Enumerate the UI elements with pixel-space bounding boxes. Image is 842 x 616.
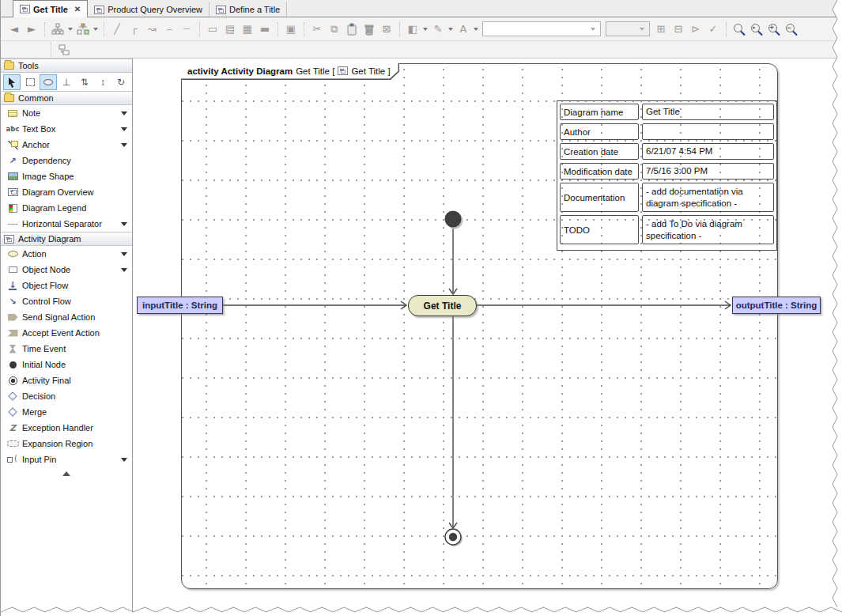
palette-item-merge[interactable]: Merge [1,404,132,420]
palette-item-diagram-overview[interactable]: Diagram Overview [1,184,132,200]
close-tab-icon[interactable]: ✕ [74,5,81,13]
input-pin-dropdown-icon[interactable] [119,455,129,465]
vertical-distribute-button[interactable]: ⇅ [76,74,93,90]
palette-section-common[interactable]: Common [1,91,132,105]
zoom-out-icon[interactable]: − [785,23,798,36]
palette-item-note[interactable]: Note [1,105,132,121]
link-tool-button[interactable] [40,74,57,90]
palette-item-object-node[interactable]: Object Node [1,262,132,278]
object-node-dropdown-icon[interactable] [119,265,129,275]
line-style-oblique-button[interactable]: ↝ [143,21,160,38]
note-dropdown-icon[interactable] [119,108,129,119]
frame-label[interactable]: activity Activity Diagram Get Title [ Ge… [181,63,399,80]
apply-style-button[interactable]: ✓ [704,21,722,38]
line-color-dropdown-icon[interactable] [447,21,455,38]
table-value-cell[interactable]: 6/21/07 4:54 PM [642,143,774,160]
delete-button[interactable] [361,21,378,38]
display-paths-button[interactable]: ▤ [221,21,239,38]
diagram-canvas[interactable]: activity Activity Diagram Get Title [ Ge… [133,59,842,616]
table-key-cell[interactable]: Author [560,123,639,140]
zoom-region-icon[interactable] [733,23,746,36]
quick-add-button[interactable] [74,21,92,38]
back-button[interactable]: ◄ [6,21,23,38]
palette-item-control-flow[interactable]: ↘ Control Flow [1,293,132,309]
activity-parameter-input[interactable]: inputTitle : String [137,297,223,314]
combobox-caret-icon[interactable] [587,23,598,35]
forward-button[interactable]: ► [23,21,40,38]
table-value-cell[interactable]: Get Title [642,104,774,120]
table-key-cell[interactable]: Modification date [560,163,639,180]
palette-item-time-event[interactable]: Time Event [1,341,132,357]
line-style-straight-button[interactable]: ╱ [108,21,126,38]
palette-item-decision[interactable]: Decision [1,388,132,404]
table-value-cell[interactable]: - add To Do via diagram specification - [642,215,774,244]
delete-from-diagram-button[interactable]: ⊠ [378,21,395,38]
zoom-fit-icon[interactable]: ▪ [750,23,763,36]
layout-tree-dropdown-icon[interactable] [66,21,74,38]
table-key-cell[interactable]: Creation date [560,143,639,160]
fill-color-dropdown-icon[interactable] [421,21,429,38]
select-in-browser-button[interactable]: ⊳ [687,21,704,38]
table-key-cell[interactable]: TODO [560,215,639,244]
palette-item-action[interactable]: Action [1,246,132,262]
palette-section-activity-diagram[interactable]: Activity Diagram [1,232,132,246]
palette-item-input-pin[interactable]: Input Pin [1,452,132,467]
text-box-dropdown-icon[interactable] [119,124,129,134]
send-to-back-button[interactable]: ⊟ [670,21,687,38]
line-color-button[interactable]: ✎ [429,21,447,38]
table-value-cell[interactable] [642,123,774,140]
diagram-info-table[interactable]: Diagram name Get Title Author Creation d… [557,100,777,251]
line-style-curved-button[interactable]: ⌢ [160,21,178,38]
palette-item-initial-node[interactable]: Initial Node [1,357,132,372]
style-combobox[interactable] [482,21,601,36]
combobox-caret-icon[interactable] [636,23,648,35]
palette-item-anchor[interactable]: Anchor [1,137,132,153]
line-style-dashed-button[interactable]: ┄ [178,21,195,38]
palette-item-activity-final[interactable]: Activity Final [1,372,132,388]
font-color-dropdown-icon[interactable] [472,21,480,38]
palette-item-exception-handler[interactable]: Z Exception Handler [1,420,132,436]
show-owner-button[interactable]: ▣ [282,21,300,38]
palette-item-image-shape[interactable]: Image Shape [1,168,132,184]
tab-product-query-overview[interactable]: Product Query Overview [88,2,210,17]
zoom-combobox[interactable] [606,21,650,36]
anchor-dropdown-icon[interactable] [119,140,129,150]
tab-get-title[interactable]: Get Title ✕ [13,0,88,17]
selection-tool-button[interactable] [3,74,21,90]
layout-tree-button[interactable] [49,21,66,38]
activity-parameter-output[interactable]: outputTitle : String [732,297,821,314]
vertical-center-button[interactable]: ↕ [94,74,111,90]
copy-button[interactable]: ⧉ [326,21,343,38]
table-key-cell[interactable]: Diagram name [560,104,639,120]
palette-item-accept-event-action[interactable]: Accept Event Action [1,325,132,341]
diagram-structure-button[interactable] [55,41,73,59]
tab-define-a-title[interactable]: Define a Title [210,2,287,17]
suppress-compartments-button[interactable]: ▬ [256,21,274,38]
display-related-elements-button[interactable]: ▭ [204,21,221,38]
quick-add-dropdown-icon[interactable] [92,21,100,38]
marquee-tool-button[interactable] [21,74,39,90]
zoom-in-icon[interactable]: + [768,23,780,36]
bring-to-front-button[interactable]: ⊞ [652,21,670,38]
table-key-cell[interactable]: Documentation [560,183,639,212]
palette-item-text-box[interactable]: abc Text Box [1,121,132,137]
cut-button[interactable]: ✂ [308,21,326,38]
palette-item-object-flow[interactable]: ↓ Object Flow [1,278,132,293]
action-dropdown-icon[interactable] [119,249,129,259]
font-color-button[interactable]: A [455,21,472,38]
palette-item-expansion-region[interactable]: Expansion Region [1,436,132,452]
palette-item-dependency[interactable]: ↗ Dependency [1,153,132,168]
palette-item-diagram-legend[interactable]: Diagram Legend [1,200,132,216]
show-compartments-button[interactable]: ▦ [239,21,256,38]
palette-section-tools[interactable]: Tools [1,59,132,73]
horizontal-separator-dropdown-icon[interactable] [119,219,129,229]
table-value-cell[interactable]: - add documentation via diagram specific… [642,183,774,212]
sticky-tool-button[interactable]: ⊥ [58,74,75,90]
palette-scroll-up-icon[interactable] [1,467,132,480]
paste-button[interactable] [343,21,361,38]
palette-item-send-signal-action[interactable]: Send Signal Action [1,309,132,325]
table-value-cell[interactable]: 7/5/16 3:00 PM [642,163,774,180]
action-node-get-title[interactable]: Get Title [408,295,477,316]
fill-color-button[interactable]: ◧ [404,21,421,38]
palette-item-horizontal-separator[interactable]: ---- Horizontal Separator [1,216,132,232]
